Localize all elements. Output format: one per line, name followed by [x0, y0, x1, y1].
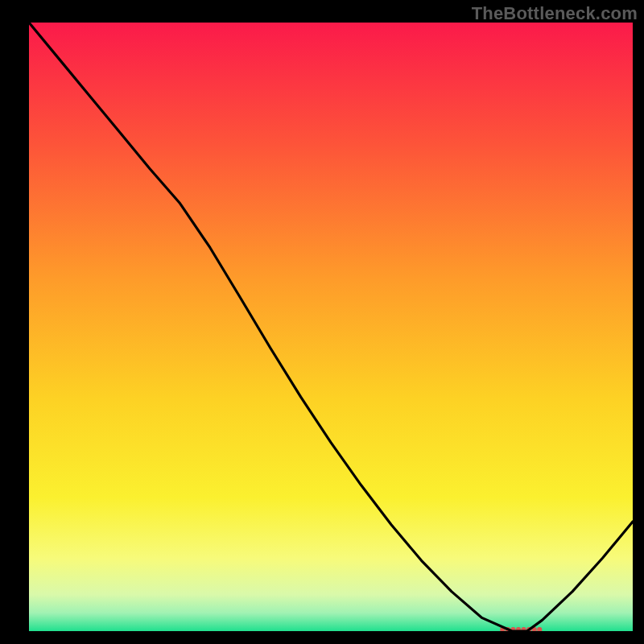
bottom-border — [0, 631, 644, 644]
bottleneck-plot — [29, 23, 633, 631]
attribution-label: TheBottleneck.com — [472, 3, 638, 24]
plot-background — [29, 23, 633, 631]
left-border — [0, 0, 29, 644]
plot-svg — [29, 23, 633, 631]
